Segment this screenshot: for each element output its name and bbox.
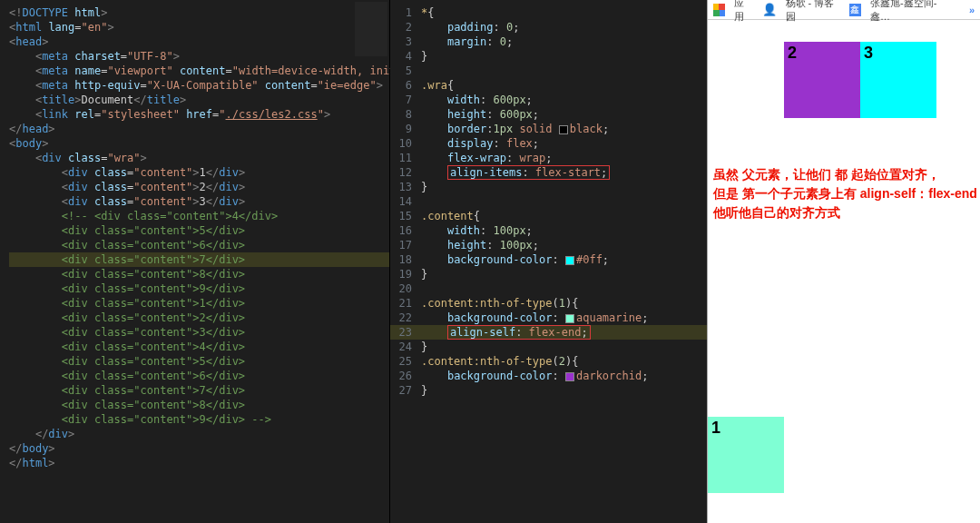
code-line[interactable]: <div class="content">4</div> xyxy=(9,340,389,354)
code-line[interactable]: <!DOCTYPE html> xyxy=(9,5,389,20)
code-line[interactable]: <div class="content">8</div> xyxy=(9,398,389,412)
code-line[interactable]: <div class="content">6</div> xyxy=(9,369,389,383)
code-line[interactable]: <div class="content">2</div> xyxy=(9,311,389,325)
code-line[interactable]: 17 height: 100px; xyxy=(390,238,707,252)
code-line[interactable]: <title>Document</title> xyxy=(9,93,389,107)
bookmark-avatar-icon: 👤 xyxy=(762,3,777,16)
content-box-3: 3 xyxy=(860,42,936,118)
code-line[interactable]: 13} xyxy=(390,180,707,194)
code-line[interactable]: 6.wra{ xyxy=(390,78,707,93)
code-line[interactable]: 7 width: 600px; xyxy=(390,93,707,107)
code-line[interactable]: <head> xyxy=(9,35,389,49)
code-line[interactable]: 23 align-self: flex-end; xyxy=(390,325,707,340)
css-editor-pane[interactable]: 1*{2 padding: 0;3 margin: 0;4}56.wra{7 w… xyxy=(390,0,708,523)
code-line[interactable]: 8 height: 600px; xyxy=(390,107,707,122)
code-line[interactable]: <div class="wra"> xyxy=(9,151,389,165)
code-line[interactable]: 25.content:nth-of-type(2){ xyxy=(390,354,707,369)
code-line[interactable]: <div class="content">3</div> xyxy=(9,325,389,340)
bookmarks-overflow-icon[interactable]: » xyxy=(969,5,975,15)
code-line[interactable]: 3 margin: 0; xyxy=(390,35,707,49)
css-code-area[interactable]: 1*{2 padding: 0;3 margin: 0;4}56.wra{7 w… xyxy=(390,5,707,398)
code-line[interactable]: 15.content{ xyxy=(390,209,707,223)
code-line[interactable]: </head> xyxy=(9,122,389,136)
code-line[interactable]: <div class="content">7</div> xyxy=(9,252,389,267)
code-line[interactable]: 11 flex-wrap: wrap; xyxy=(390,151,707,165)
code-line[interactable]: 4} xyxy=(390,49,707,64)
code-line[interactable]: <div class="content">1</div> xyxy=(9,165,389,180)
code-line[interactable]: 22 background-color: aquamarine; xyxy=(390,311,707,325)
code-line[interactable]: 18 background-color: #0ff; xyxy=(390,252,707,267)
code-line[interactable]: <div class="content">2</div> xyxy=(9,180,389,194)
content-box-1: 1 xyxy=(708,417,784,493)
code-line[interactable]: 24} xyxy=(390,340,707,354)
code-line[interactable]: <div class="content">3</div> xyxy=(9,194,389,209)
code-line[interactable]: 10 display: flex; xyxy=(390,136,707,151)
code-line[interactable]: 1*{ xyxy=(390,5,707,20)
code-line[interactable]: <!-- <div class="content">4</div> xyxy=(9,209,389,223)
html-editor-pane[interactable]: <!DOCTYPE html><html lang="en"><head> <m… xyxy=(0,0,390,523)
html-code-area[interactable]: <!DOCTYPE html><html lang="en"><head> <m… xyxy=(9,5,389,470)
bookmarks-bar[interactable]: 应用 👤 杨歌 - 博客园 鑫 张鑫旭-鑫空间-鑫… » xyxy=(708,0,980,20)
code-line[interactable]: 14 xyxy=(390,194,707,209)
minimap[interactable] xyxy=(355,2,387,56)
annotation-text: 虽然 父元素，让他们 都 起始位置对齐， 但是 第一个子元素身上有 align-… xyxy=(713,165,977,222)
code-line[interactable]: 20 xyxy=(390,281,707,296)
code-line[interactable]: <div class="content">5</div> xyxy=(9,223,389,238)
content-box-2: 2 xyxy=(784,42,860,118)
code-line[interactable]: <div class="content">5</div> xyxy=(9,354,389,369)
code-line[interactable]: 16 width: 100px; xyxy=(390,223,707,238)
code-line[interactable]: 19} xyxy=(390,267,707,281)
code-line[interactable]: <html lang="en"> xyxy=(9,20,389,35)
code-line[interactable]: 12 align-items: flex-start; xyxy=(390,165,707,180)
code-line[interactable]: </html> xyxy=(9,456,389,470)
code-line[interactable]: </body> xyxy=(9,441,389,456)
code-line[interactable]: 5 xyxy=(390,64,707,78)
code-line[interactable]: <link rel="stylesheet" href="./css/les2.… xyxy=(9,107,389,122)
code-line[interactable]: <div class="content">9</div> --> xyxy=(9,412,389,427)
code-line[interactable]: </div> xyxy=(9,427,389,441)
code-line[interactable]: 9 border:1px solid black; xyxy=(390,122,707,136)
code-line[interactable]: <meta name="viewport" content="width=dev… xyxy=(9,64,389,78)
code-line[interactable]: <div class="content">1</div> xyxy=(9,296,389,311)
code-line[interactable]: <div class="content">9</div> xyxy=(9,281,389,296)
browser-preview-pane: 应用 👤 杨歌 - 博客园 鑫 张鑫旭-鑫空间-鑫… » 231 虽然 父元素，… xyxy=(708,0,980,523)
apps-icon[interactable] xyxy=(713,4,725,16)
code-line[interactable]: 27} xyxy=(390,383,707,398)
code-line[interactable]: <body> xyxy=(9,136,389,151)
code-line[interactable]: <meta charset="UTF-8"> xyxy=(9,49,389,64)
code-line[interactable]: 26 background-color: darkorchid; xyxy=(390,369,707,383)
bookmark-favicon-icon: 鑫 xyxy=(849,4,861,16)
code-line[interactable]: <div class="content">6</div> xyxy=(9,238,389,252)
rendered-page: 231 虽然 父元素，让他们 都 起始位置对齐， 但是 第一个子元素身上有 al… xyxy=(708,20,980,521)
code-line[interactable]: 2 padding: 0; xyxy=(390,20,707,35)
code-line[interactable]: <div class="content">7</div> xyxy=(9,383,389,398)
code-line[interactable]: <meta http-equiv="X-UA-Compatible" conte… xyxy=(9,78,389,93)
code-line[interactable]: 21.content:nth-of-type(1){ xyxy=(390,296,707,311)
code-line[interactable]: <div class="content">8</div> xyxy=(9,267,389,281)
